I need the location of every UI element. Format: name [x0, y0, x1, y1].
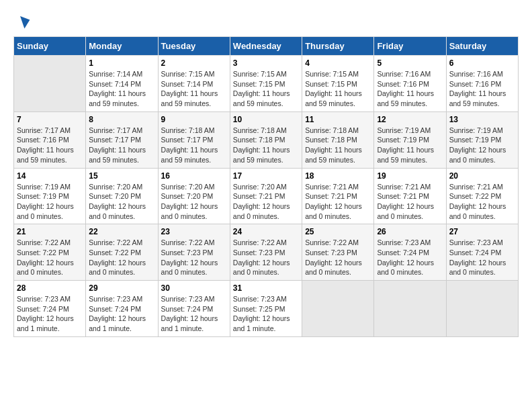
day-number: 12: [377, 115, 443, 124]
day-number: 5: [377, 58, 443, 68]
calendar-cell: 1Sunrise: 7:14 AMSunset: 7:14 PMDaylight…: [86, 56, 158, 112]
calendar-cell: 30Sunrise: 7:23 AMSunset: 7:24 PMDayligh…: [158, 281, 230, 337]
day-number: 2: [161, 58, 227, 68]
calendar-cell: 7Sunrise: 7:17 AMSunset: 7:16 PMDaylight…: [14, 111, 86, 168]
day-number: 15: [89, 171, 154, 181]
day-info: Sunrise: 7:20 AMSunset: 7:20 PMDaylight:…: [161, 182, 227, 222]
day-number: 9: [161, 115, 227, 124]
day-info: Sunrise: 7:20 AMSunset: 7:20 PMDaylight:…: [89, 182, 154, 222]
day-number: 10: [233, 115, 299, 124]
calendar-cell: 23Sunrise: 7:22 AMSunset: 7:23 PMDayligh…: [158, 224, 230, 281]
day-info: Sunrise: 7:15 AMSunset: 7:15 PMDaylight:…: [305, 69, 371, 109]
column-header-sunday: Sunday: [14, 37, 86, 56]
day-info: Sunrise: 7:20 AMSunset: 7:21 PMDaylight:…: [233, 182, 299, 222]
day-info: Sunrise: 7:16 AMSunset: 7:16 PMDaylight:…: [377, 69, 443, 109]
day-number: 26: [377, 227, 443, 236]
week-row-1: 1Sunrise: 7:14 AMSunset: 7:14 PMDaylight…: [14, 56, 519, 112]
day-info: Sunrise: 7:23 AMSunset: 7:24 PMDaylight:…: [161, 294, 227, 334]
day-number: 30: [161, 283, 227, 293]
calendar-cell: 17Sunrise: 7:20 AMSunset: 7:21 PMDayligh…: [230, 168, 302, 224]
day-number: 17: [233, 171, 299, 181]
day-number: 6: [449, 58, 515, 68]
day-number: 4: [305, 58, 371, 68]
calendar-cell: [302, 281, 374, 337]
day-info: Sunrise: 7:17 AMSunset: 7:16 PMDaylight:…: [17, 126, 83, 165]
day-number: 7: [17, 115, 83, 124]
day-info: Sunrise: 7:16 AMSunset: 7:16 PMDaylight:…: [449, 69, 515, 109]
calendar-cell: 19Sunrise: 7:21 AMSunset: 7:21 PMDayligh…: [374, 168, 446, 224]
day-info: Sunrise: 7:15 AMSunset: 7:14 PMDaylight:…: [161, 69, 227, 109]
calendar-cell: 24Sunrise: 7:22 AMSunset: 7:23 PMDayligh…: [230, 224, 302, 281]
day-info: Sunrise: 7:18 AMSunset: 7:18 PMDaylight:…: [305, 126, 371, 165]
week-row-5: 28Sunrise: 7:23 AMSunset: 7:24 PMDayligh…: [14, 281, 519, 337]
day-number: 24: [233, 227, 299, 236]
day-number: 22: [89, 227, 154, 236]
calendar-cell: 27Sunrise: 7:23 AMSunset: 7:24 PMDayligh…: [446, 224, 518, 281]
calendar-cell: 29Sunrise: 7:23 AMSunset: 7:24 PMDayligh…: [86, 281, 158, 337]
calendar-cell: [14, 56, 86, 112]
day-number: 8: [89, 115, 154, 124]
day-number: 14: [17, 171, 83, 181]
day-number: 25: [305, 227, 371, 236]
day-info: Sunrise: 7:22 AMSunset: 7:23 PMDaylight:…: [233, 238, 299, 277]
day-number: 29: [89, 283, 154, 293]
day-number: 31: [233, 283, 299, 293]
calendar-cell: 6Sunrise: 7:16 AMSunset: 7:16 PMDaylight…: [446, 56, 518, 112]
calendar-cell: 26Sunrise: 7:23 AMSunset: 7:24 PMDayligh…: [374, 224, 446, 281]
calendar-cell: 31Sunrise: 7:23 AMSunset: 7:25 PMDayligh…: [230, 281, 302, 337]
day-info: Sunrise: 7:21 AMSunset: 7:22 PMDaylight:…: [449, 182, 515, 222]
day-number: 19: [377, 171, 443, 181]
calendar-cell: [446, 281, 518, 337]
day-info: Sunrise: 7:23 AMSunset: 7:24 PMDaylight:…: [89, 294, 154, 334]
week-row-2: 7Sunrise: 7:17 AMSunset: 7:16 PMDaylight…: [14, 111, 519, 168]
day-number: 13: [449, 115, 515, 124]
calendar-cell: 2Sunrise: 7:15 AMSunset: 7:14 PMDaylight…: [158, 56, 230, 112]
day-info: Sunrise: 7:14 AMSunset: 7:14 PMDaylight:…: [89, 69, 154, 109]
day-info: Sunrise: 7:21 AMSunset: 7:21 PMDaylight:…: [377, 182, 443, 222]
calendar-cell: 15Sunrise: 7:20 AMSunset: 7:20 PMDayligh…: [86, 168, 158, 224]
column-header-friday: Friday: [374, 37, 446, 56]
day-info: Sunrise: 7:23 AMSunset: 7:25 PMDaylight:…: [233, 294, 299, 334]
day-number: 3: [233, 58, 299, 68]
day-info: Sunrise: 7:19 AMSunset: 7:19 PMDaylight:…: [17, 182, 83, 222]
day-info: Sunrise: 7:23 AMSunset: 7:24 PMDaylight:…: [17, 294, 83, 334]
day-number: 27: [449, 227, 515, 236]
calendar-table: SundayMondayTuesdayWednesdayThursdayFrid…: [13, 36, 519, 337]
calendar-cell: 3Sunrise: 7:15 AMSunset: 7:15 PMDaylight…: [230, 56, 302, 112]
calendar-cell: 25Sunrise: 7:22 AMSunset: 7:23 PMDayligh…: [302, 224, 374, 281]
calendar-cell: 11Sunrise: 7:18 AMSunset: 7:18 PMDayligh…: [302, 111, 374, 168]
day-info: Sunrise: 7:19 AMSunset: 7:19 PMDaylight:…: [377, 126, 443, 165]
day-info: Sunrise: 7:22 AMSunset: 7:23 PMDaylight:…: [305, 238, 371, 277]
day-number: 18: [305, 171, 371, 181]
svg-marker-0: [20, 16, 30, 28]
day-info: Sunrise: 7:15 AMSunset: 7:15 PMDaylight:…: [233, 69, 299, 109]
calendar-cell: 16Sunrise: 7:20 AMSunset: 7:20 PMDayligh…: [158, 168, 230, 224]
day-number: 21: [17, 227, 83, 236]
day-info: Sunrise: 7:22 AMSunset: 7:22 PMDaylight:…: [17, 238, 83, 277]
day-info: Sunrise: 7:18 AMSunset: 7:18 PMDaylight:…: [233, 126, 299, 165]
column-header-thursday: Thursday: [302, 37, 374, 56]
calendar-cell: 12Sunrise: 7:19 AMSunset: 7:19 PMDayligh…: [374, 111, 446, 168]
column-header-monday: Monday: [86, 37, 158, 56]
calendar-cell: 10Sunrise: 7:18 AMSunset: 7:18 PMDayligh…: [230, 111, 302, 168]
day-number: 23: [161, 227, 227, 236]
page-header: [13, 13, 519, 30]
day-info: Sunrise: 7:23 AMSunset: 7:24 PMDaylight:…: [377, 238, 443, 277]
day-info: Sunrise: 7:19 AMSunset: 7:19 PMDaylight:…: [449, 126, 515, 165]
logo-icon: [15, 13, 31, 30]
week-row-4: 21Sunrise: 7:22 AMSunset: 7:22 PMDayligh…: [14, 224, 519, 281]
calendar-cell: 28Sunrise: 7:23 AMSunset: 7:24 PMDayligh…: [14, 281, 86, 337]
calendar-header-row: SundayMondayTuesdayWednesdayThursdayFrid…: [14, 37, 519, 56]
calendar-cell: 9Sunrise: 7:18 AMSunset: 7:17 PMDaylight…: [158, 111, 230, 168]
calendar-cell: [374, 281, 446, 337]
day-info: Sunrise: 7:21 AMSunset: 7:21 PMDaylight:…: [305, 182, 371, 222]
day-number: 28: [17, 283, 83, 293]
day-number: 11: [305, 115, 371, 124]
week-row-3: 14Sunrise: 7:19 AMSunset: 7:19 PMDayligh…: [14, 168, 519, 224]
column-header-saturday: Saturday: [446, 37, 518, 56]
calendar-cell: 13Sunrise: 7:19 AMSunset: 7:19 PMDayligh…: [446, 111, 518, 168]
calendar-cell: 21Sunrise: 7:22 AMSunset: 7:22 PMDayligh…: [14, 224, 86, 281]
calendar-cell: 8Sunrise: 7:17 AMSunset: 7:17 PMDaylight…: [86, 111, 158, 168]
day-info: Sunrise: 7:22 AMSunset: 7:22 PMDaylight:…: [89, 238, 154, 277]
day-number: 20: [449, 171, 515, 181]
